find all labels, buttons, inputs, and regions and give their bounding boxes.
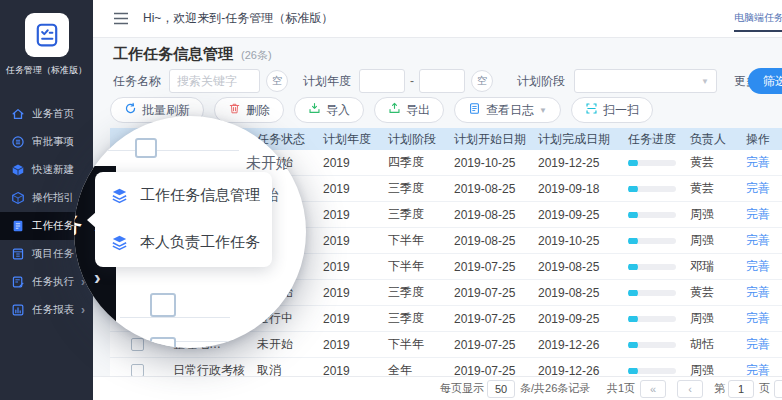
- per-page-label: 每页显示: [440, 381, 484, 396]
- owner-cell: 黄芸: [682, 154, 738, 171]
- progress-handle[interactable]: [628, 290, 638, 296]
- toolbar-button[interactable]: 导入 ▼: [294, 97, 364, 123]
- divider: [120, 317, 230, 318]
- action-link[interactable]: 完善: [746, 337, 770, 351]
- action-link[interactable]: 完善: [746, 363, 770, 377]
- hamburger-menu-icon[interactable]: [113, 12, 129, 25]
- export-icon: [388, 102, 401, 118]
- next-page-button[interactable]: [774, 380, 782, 398]
- year-cell: 2019: [315, 208, 380, 222]
- filter-submit-button[interactable]: 筛选: [748, 68, 782, 94]
- prev-page-button[interactable]: ‹: [677, 380, 703, 398]
- progress-handle[interactable]: [628, 368, 638, 374]
- owner-cell: 胡恬: [682, 336, 738, 353]
- sidebar-item[interactable]: 快速新建 ›: [0, 156, 93, 184]
- owner-cell: 周强: [682, 232, 738, 249]
- sidebar-item[interactable]: 任务报表 ›: [0, 296, 93, 324]
- toolbar-button[interactable]: 删除 ▼: [214, 97, 284, 123]
- first-page-button[interactable]: «: [640, 380, 666, 398]
- magnifier-overlay: 未开始 始 务 › 务 › 工作任务信息管理 本人负责工作任务: [74, 116, 306, 348]
- action-link[interactable]: 完善: [746, 311, 770, 325]
- plan-year-start-input[interactable]: [359, 69, 405, 93]
- progress-handle[interactable]: [628, 160, 638, 166]
- progress-cell: [620, 238, 682, 244]
- end-date-cell: 2019-09-18: [530, 182, 620, 196]
- owner-cell: 黄芸: [682, 180, 738, 197]
- magnified-checkbox: [135, 138, 157, 158]
- range-separator: -: [410, 74, 414, 88]
- progress-track: [630, 212, 676, 218]
- refresh-icon: [124, 102, 137, 118]
- progress-handle[interactable]: [628, 238, 638, 244]
- row-checkbox[interactable]: [131, 338, 144, 351]
- action-link[interactable]: 完善: [746, 259, 770, 273]
- plan-year-label: 计划年度: [303, 73, 351, 90]
- col-header-progress: 任务进度: [620, 131, 682, 148]
- end-date-cell: 2019-10-25: [530, 234, 620, 248]
- record-count: (26条): [241, 48, 272, 63]
- task-name-input[interactable]: [169, 69, 260, 93]
- action-link[interactable]: 完善: [746, 155, 770, 169]
- col-header-owner: 负责人: [682, 131, 738, 148]
- progress-handle[interactable]: [628, 212, 638, 218]
- sidebar-item-label: 任务执行: [32, 275, 74, 289]
- progress-handle[interactable]: [628, 342, 638, 348]
- sidebar-item-label: 任务报表: [32, 303, 74, 317]
- magnified-checkbox: [150, 293, 176, 317]
- scan-icon: [585, 102, 598, 118]
- toolbar-button[interactable]: 导出 ▼: [374, 97, 444, 123]
- progress-track: [630, 160, 676, 166]
- stage-cell: 下半年: [380, 258, 446, 275]
- work-task-icon: [10, 219, 25, 234]
- end-date-cell: 2019-12-26: [530, 338, 620, 352]
- submenu-item[interactable]: 本人负责工作任务: [95, 219, 272, 266]
- end-date-cell: 2019-08-25: [530, 260, 620, 274]
- clear-year-button[interactable]: 空: [471, 70, 493, 92]
- start-date-cell: 2019-08-25: [446, 182, 530, 196]
- per-page-input[interactable]: 50: [487, 380, 515, 398]
- year-cell: 2019: [315, 234, 380, 248]
- progress-cell: [620, 186, 682, 192]
- action-link[interactable]: 完善: [746, 285, 770, 299]
- guide-icon: [10, 191, 25, 206]
- progress-handle[interactable]: [628, 186, 638, 192]
- owner-cell: 邓瑞: [682, 258, 738, 275]
- status-cell: 未开始: [249, 336, 315, 353]
- submenu-item[interactable]: 工作任务信息管理: [95, 172, 272, 219]
- year-cell: 2019: [315, 286, 380, 300]
- sidebar-item[interactable]: 任务执行 ›: [0, 268, 93, 296]
- plan-year-end-input[interactable]: [419, 69, 465, 93]
- records-label: 条/共26条记录: [520, 381, 590, 396]
- end-date-cell: 2019-09-25: [530, 208, 620, 222]
- total-pages-label: 共1页: [607, 381, 635, 396]
- action-link[interactable]: 完善: [746, 207, 770, 221]
- progress-track: [630, 264, 676, 270]
- tab-pc-task-management[interactable]: 电脑端任务管理: [734, 6, 782, 32]
- start-date-cell: 2019-08-25: [446, 234, 530, 248]
- col-header-stage: 计划阶段: [380, 131, 446, 148]
- current-page-input[interactable]: 1: [728, 380, 754, 398]
- progress-handle[interactable]: [628, 316, 638, 322]
- start-date-cell: 2019-07-25: [446, 338, 530, 352]
- sidebar-item[interactable]: 业务首页 ›: [0, 100, 93, 128]
- end-date-cell: 2019-12-25: [530, 156, 620, 170]
- progress-handle[interactable]: [628, 264, 638, 270]
- report-icon: [10, 303, 25, 318]
- trash-icon: [228, 102, 241, 118]
- action-link[interactable]: 完善: [746, 181, 770, 195]
- toolbar-button[interactable]: 查看日志 ▼: [454, 97, 561, 123]
- year-cell: 2019: [315, 182, 380, 196]
- progress-cell: [620, 368, 682, 374]
- action-link[interactable]: 完善: [746, 233, 770, 247]
- stage-cell: 下半年: [380, 232, 446, 249]
- page-suffix: 页: [759, 381, 770, 396]
- sidebar-item[interactable]: 审批事项 ›: [0, 128, 93, 156]
- end-date-cell: 2019-08-25: [530, 286, 620, 300]
- plan-stage-select[interactable]: ▼: [574, 69, 717, 93]
- stage-cell: 三季度: [380, 310, 446, 327]
- import-icon: [308, 102, 321, 118]
- toolbar-button[interactable]: 扫一扫 ▼: [571, 97, 653, 123]
- clear-name-button[interactable]: 空: [266, 70, 288, 92]
- start-date-cell: 2019-07-25: [446, 286, 530, 300]
- owner-cell: 黄芸: [682, 284, 738, 301]
